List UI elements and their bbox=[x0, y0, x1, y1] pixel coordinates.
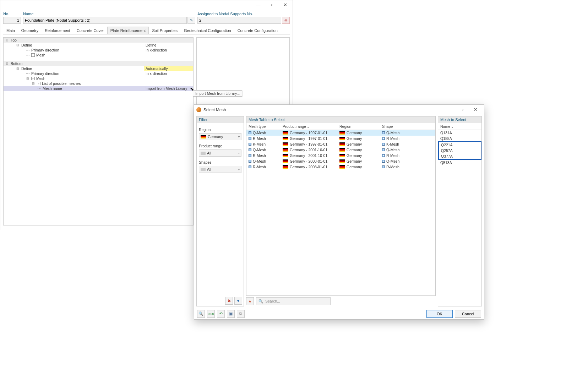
germany-flag-icon bbox=[283, 154, 288, 157]
search-icon: 🔍 bbox=[198, 311, 203, 316]
region-label: Region bbox=[199, 127, 241, 132]
units-icon: 0.00 bbox=[208, 312, 214, 316]
col-shape[interactable]: Shape bbox=[380, 123, 435, 130]
germany-flag-icon bbox=[339, 159, 345, 163]
mesh-name-panel: Mesh to Select Name▴ Q131AQ188AQ221AQ257… bbox=[438, 116, 482, 306]
table-row[interactable]: R-MeshGermany - 2008-01-01GermanyR-Mesh bbox=[246, 164, 435, 170]
table-row[interactable]: K-MeshGermany - 1997-01-01GermanyK-Mesh bbox=[246, 141, 435, 147]
mesh-name-header: Mesh to Select bbox=[438, 116, 481, 123]
filter-panel: Filter Region Germany▾ Product range All… bbox=[196, 116, 244, 306]
no-label: No. bbox=[3, 11, 21, 17]
table-row[interactable]: R-MeshGermany - 1997-01-01GermanyR-Mesh bbox=[246, 136, 435, 141]
tab-geotechnical-config[interactable]: Geotechnical Configuration bbox=[181, 27, 234, 34]
mesh-table-panel: Mesh Table to Select Mesh type Product r… bbox=[246, 116, 436, 296]
germany-flag-icon bbox=[283, 137, 288, 140]
chevron-down-icon: ▾ bbox=[238, 135, 240, 138]
sort-asc-icon: ▴ bbox=[452, 126, 453, 128]
list-item[interactable]: Q513A bbox=[438, 160, 481, 165]
maximize-button[interactable]: ▫ bbox=[266, 1, 278, 9]
export-icon: ↶ bbox=[219, 311, 223, 316]
tree-section-bottom[interactable]: ⊟Bottom bbox=[4, 61, 193, 66]
tree-row-define-top[interactable]: ⊟Define Define bbox=[4, 43, 193, 48]
search-input[interactable]: 🔍Search... bbox=[256, 297, 331, 305]
mesh-top-checkbox[interactable] bbox=[31, 53, 35, 57]
ok-button[interactable]: OK bbox=[426, 310, 453, 318]
apply-filter-button[interactable]: ▼ bbox=[234, 297, 242, 305]
tab-plate-reinforcement[interactable]: Plate Reinforcement bbox=[107, 27, 149, 34]
tab-concrete-config[interactable]: Concrete Configuration bbox=[234, 27, 281, 34]
list-item[interactable]: Q221A bbox=[439, 142, 481, 148]
list-item[interactable]: Q377A bbox=[439, 153, 481, 159]
tree-row-mesh-top[interactable]: Mesh bbox=[4, 53, 193, 58]
mesh-icon bbox=[249, 131, 251, 134]
product-range-label: Product range bbox=[199, 144, 241, 148]
col-name[interactable]: Name▴ bbox=[438, 123, 481, 130]
germany-flag-icon bbox=[339, 154, 345, 157]
table-row[interactable]: R-MeshGermany - 2001-10-01GermanyR-Mesh bbox=[246, 153, 435, 158]
germany-flag-icon bbox=[339, 165, 345, 169]
germany-flag-icon bbox=[283, 131, 288, 135]
pick-support-button[interactable]: ◎ bbox=[282, 17, 290, 24]
mesh-icon bbox=[249, 154, 251, 157]
copy-icon: ⧉ bbox=[239, 311, 242, 316]
tab-concrete-cover[interactable]: Concrete Cover bbox=[74, 27, 107, 34]
mesh-table-columns: Mesh type Product range▴ Region Shape bbox=[246, 123, 435, 130]
col-product-range[interactable]: Product range▴ bbox=[281, 123, 337, 130]
main-titlebar: — ▫ ✕ bbox=[0, 0, 293, 10]
product-range-combo[interactable]: All▾ bbox=[199, 149, 241, 157]
table-row[interactable]: Q-MeshGermany - 2008-01-01GermanyQ-Mesh bbox=[246, 158, 435, 164]
units-button[interactable]: 0.00 bbox=[207, 310, 215, 318]
tree-row-primary-dir-top[interactable]: Primary direction In x-direction bbox=[4, 48, 193, 53]
edit-name-button[interactable]: ✎ bbox=[187, 17, 195, 24]
mesh-name-combo[interactable]: Import from Mesh Library▾ bbox=[144, 86, 193, 91]
search-icon: 🔍 bbox=[258, 299, 263, 304]
dialog-maximize-button[interactable]: ▫ bbox=[456, 105, 469, 114]
close-button[interactable]: ✕ bbox=[279, 1, 291, 9]
tab-geometry[interactable]: Geometry bbox=[18, 27, 42, 34]
tree-row-define-bottom[interactable]: ⊟Define Automatically bbox=[4, 66, 193, 71]
germany-flag-icon bbox=[283, 159, 288, 163]
germany-flag-icon bbox=[201, 135, 206, 138]
list-item[interactable]: Q188A bbox=[438, 136, 481, 141]
table-row[interactable]: Q-MeshGermany - 1997-01-01GermanyQ-Mesh bbox=[246, 130, 435, 136]
minimize-button[interactable]: — bbox=[252, 1, 264, 9]
assigned-input[interactable] bbox=[197, 17, 281, 24]
shapes-combo[interactable]: All▾ bbox=[199, 166, 241, 173]
favorites-button[interactable]: ★ bbox=[246, 297, 254, 305]
germany-flag-icon bbox=[283, 165, 288, 169]
tab-soil-properties[interactable]: Soil Properties bbox=[149, 27, 181, 34]
col-region[interactable]: Region bbox=[337, 123, 380, 130]
sort-asc-icon: ▴ bbox=[307, 126, 309, 128]
tree-row-mesh-name[interactable]: Mesh name Import from Mesh Library▾ bbox=[4, 86, 193, 91]
no-input[interactable] bbox=[3, 17, 21, 24]
tree-row-list-possible[interactable]: ⊟List of possible meshes bbox=[4, 81, 193, 86]
table-row[interactable]: Q-MeshGermany - 2001-10-01GermanyQ-Mesh bbox=[246, 147, 435, 153]
list-item[interactable]: Q257A bbox=[439, 148, 481, 153]
collapse-icon: ⊟ bbox=[6, 62, 9, 65]
name-input[interactable] bbox=[23, 17, 187, 24]
copy-button[interactable]: ⧉ bbox=[237, 310, 245, 318]
zoom-button[interactable]: 🔍 bbox=[197, 310, 205, 318]
mesh-icon bbox=[249, 148, 251, 151]
tree-row-mesh-bottom[interactable]: ⊟Mesh bbox=[4, 76, 193, 81]
mesh-icon bbox=[249, 160, 251, 163]
dialog-close-button[interactable]: ✕ bbox=[469, 105, 482, 114]
swatch-icon bbox=[201, 152, 206, 155]
list-possible-checkbox[interactable] bbox=[37, 82, 40, 85]
property-tabs: Main Geometry Reinforcement Concrete Cov… bbox=[3, 27, 290, 34]
tab-reinforcement[interactable]: Reinforcement bbox=[42, 27, 74, 34]
dialog-minimize-button[interactable]: — bbox=[443, 105, 456, 114]
col-mesh-type[interactable]: Mesh type bbox=[246, 123, 281, 130]
germany-flag-icon bbox=[283, 142, 288, 146]
tree-section-top[interactable]: ⊟Top bbox=[4, 38, 193, 43]
list-item[interactable]: Q131A bbox=[438, 130, 481, 136]
export-button[interactable]: ↶ bbox=[217, 310, 225, 318]
save-button[interactable]: ▣ bbox=[227, 310, 235, 318]
tree-row-primary-dir-bottom[interactable]: Primary direction In x-direction bbox=[4, 71, 193, 76]
dialog-titlebar[interactable]: Select Mesh — ▫ ✕ bbox=[194, 105, 484, 115]
cancel-button[interactable]: Cancel bbox=[455, 310, 481, 318]
region-combo[interactable]: Germany▾ bbox=[199, 133, 241, 140]
clear-filter-button[interactable]: ✖ bbox=[225, 297, 233, 305]
mesh-bottom-checkbox[interactable] bbox=[31, 77, 35, 80]
tab-main[interactable]: Main bbox=[3, 27, 18, 34]
